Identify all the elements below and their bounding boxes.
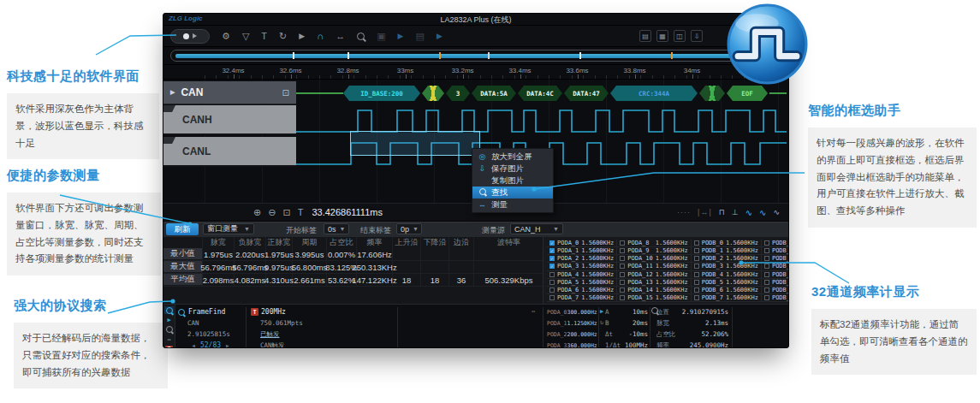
- pulse-edge-icon[interactable]: ⊓: [719, 208, 725, 216]
- expand-arrow-icon[interactable]: ▶: [170, 89, 175, 96]
- decode-segment[interactable]: CRC:344A: [610, 86, 698, 101]
- menu-item-copy-image[interactable]: 复制图片: [472, 175, 553, 187]
- freq-channel-row[interactable]: PODA_9 1.5600KHz: [617, 247, 691, 255]
- zoom-out-icon[interactable]: ⊖: [268, 208, 276, 217]
- selection-box[interactable]: [350, 131, 480, 156]
- channel-checkbox[interactable]: [694, 287, 699, 293]
- channel-checkbox[interactable]: [620, 256, 625, 261]
- freq-channel-row[interactable]: PODA_1 1.5600KHz: [547, 247, 617, 255]
- channel-checkbox[interactable]: [764, 248, 769, 253]
- export-icon[interactable]: ◫: [674, 30, 686, 42]
- channel-checkbox[interactable]: [549, 264, 555, 269]
- start-label-dropdown[interactable]: 0s▼: [324, 223, 349, 234]
- channel-checkbox[interactable]: [620, 287, 625, 293]
- wave-icon[interactable]: ∿: [773, 208, 780, 216]
- decode-segment[interactable]: [422, 86, 444, 101]
- freq-channel-row[interactable]: PODA_8 1.5600KHz: [617, 240, 691, 247]
- play-tool-icon[interactable]: ▶: [164, 316, 174, 323]
- channel-canh[interactable]: CANH: [163, 105, 296, 135]
- zoom-in-icon[interactable]: ⊕: [253, 208, 261, 217]
- freq-channel-row[interactable]: PODB_0 1.5600KHz: [692, 240, 762, 247]
- find-tool-icon[interactable]: [164, 326, 174, 334]
- freq-channel-row[interactable]: PODA_15 1.5600KHz: [617, 294, 691, 302]
- decode-segment[interactable]: DATA:4C: [518, 86, 562, 101]
- channel-checkbox[interactable]: [549, 295, 555, 300]
- channel-checkbox[interactable]: [620, 272, 625, 277]
- freq-channel-row[interactable]: PODA_0 1.5600KHz: [547, 240, 617, 247]
- freq-channel-row[interactable]: PODB_3 1.5600KHz: [692, 263, 762, 270]
- freq-channel-row[interactable]: PODB_7 1.5600KHz: [692, 294, 762, 302]
- channel-checkbox[interactable]: [620, 240, 625, 246]
- new-doc-icon[interactable]: ▤: [639, 30, 651, 42]
- freq-channel-row[interactable]: PODA_14 1.5600KHz: [617, 287, 691, 294]
- search-tool-icon[interactable]: [164, 306, 174, 314]
- channel-checkbox[interactable]: [694, 264, 699, 269]
- freq-channel-row[interactable]: PODA_11 1.5600KHz: [617, 263, 691, 270]
- channel-checkbox[interactable]: [549, 256, 555, 261]
- channel-checkbox[interactable]: [694, 280, 699, 285]
- decode-segment[interactable]: 3: [446, 86, 470, 101]
- freq-channel-row[interactable]: PODA_3 1.5600KHz: [547, 263, 617, 270]
- save-file-icon[interactable]: ▦: [656, 30, 668, 42]
- channel-checkbox[interactable]: [549, 248, 555, 253]
- freq-channel-row[interactable]: PODB_4 1.5600KHz: [692, 271, 762, 279]
- channel-checkbox[interactable]: [549, 280, 555, 285]
- freq-channel-row[interactable]: PODA_6 1.5600KHz: [547, 287, 617, 294]
- navigator-track[interactable]: [170, 50, 781, 62]
- freq-channel-row[interactable]: PODB_15 1.5600KHz: [762, 294, 789, 302]
- channel-checkbox[interactable]: [620, 264, 625, 269]
- decode-segment[interactable]: EOF: [727, 86, 768, 101]
- freq-channel-row[interactable]: PODB_13 1.5600KHz: [762, 279, 789, 287]
- freq-channel-row[interactable]: PODB_6 1.5600KHz: [692, 287, 762, 294]
- measure-icon[interactable]: ↔: [336, 32, 345, 41]
- run-button[interactable]: [170, 29, 210, 44]
- refresh-button[interactable]: 刷新: [166, 223, 199, 235]
- next-result-button[interactable]: ▶: [226, 342, 229, 348]
- channel-checkbox[interactable]: [694, 256, 699, 261]
- dots-icon[interactable]: ····: [677, 208, 691, 216]
- freq-channel-row[interactable]: PODB_2 1.5600KHz: [692, 255, 762, 263]
- channel-checkbox[interactable]: [764, 295, 769, 300]
- freq-channel-row[interactable]: PODA_12 1.5600KHz: [617, 271, 691, 279]
- settings-gear-icon[interactable]: ⚙: [222, 32, 230, 41]
- next-frame-icon[interactable]: ▶: [437, 33, 442, 40]
- detach-window-icon[interactable]: ⊡: [282, 88, 289, 98]
- waveform-area[interactable]: ▶ CAN ⊡ CANH CANL ID_BASE:2003DATA:5ADAT…: [163, 80, 788, 203]
- magnet-snap-icon[interactable]: ∩: [317, 32, 324, 41]
- prev-result-button[interactable]: ◀: [192, 342, 195, 348]
- measure-source-dropdown[interactable]: CAN_H▼: [510, 223, 563, 234]
- channel-checkbox[interactable]: [764, 287, 769, 293]
- channel-checkbox[interactable]: [764, 264, 769, 269]
- filter-icon[interactable]: ▽: [242, 32, 249, 41]
- overview-navigator[interactable]: [163, 47, 788, 65]
- text-label-icon[interactable]: T: [261, 32, 267, 41]
- channel-checkbox[interactable]: [694, 272, 699, 277]
- channel-checkbox[interactable]: [694, 295, 699, 300]
- menu-item-measure[interactable]: ↔ 测量: [472, 199, 553, 210]
- channel-checkbox[interactable]: [694, 248, 699, 253]
- freq-channel-row[interactable]: PODA_7 1.5600KHz: [547, 294, 617, 302]
- download-icon[interactable]: ⇩: [691, 30, 703, 42]
- freq-channel-row[interactable]: PODB_14 1.5600KHz: [762, 287, 789, 294]
- menu-item-save-image[interactable]: ⇩ 保存图片: [472, 163, 553, 175]
- freq-channel-row[interactable]: PODB_12 1.5600KHz: [762, 271, 789, 279]
- single-run-icon[interactable]: ▶: [299, 33, 305, 40]
- freq-channel-row[interactable]: PODA_13 1.5600KHz: [617, 279, 691, 287]
- trigger-tool-icon[interactable]: T: [165, 346, 173, 348]
- freq-channel-row[interactable]: PODB_5 1.5600KHz: [692, 279, 762, 287]
- channel-checkbox[interactable]: [549, 272, 555, 277]
- freq-channel-row[interactable]: PODB_10 1.5600KHz: [762, 255, 789, 263]
- end-label-dropdown[interactable]: 0p▼: [396, 223, 422, 234]
- decode-segment[interactable]: [699, 86, 725, 101]
- channel-checkbox[interactable]: [764, 272, 769, 277]
- channel-checkbox[interactable]: [764, 256, 769, 261]
- wave-icon[interactable]: ∿: [759, 208, 766, 217]
- freq-channel-row[interactable]: PODA_10 1.5600KHz: [617, 255, 691, 263]
- decode-segment[interactable]: DATA:47: [564, 86, 609, 101]
- ground-icon[interactable]: ⊥: [732, 208, 739, 216]
- panel-icon-disabled[interactable]: ▣: [377, 32, 385, 41]
- freq-channel-row[interactable]: PODB_8 1.5600KHz: [762, 240, 789, 247]
- measure-tool-icon[interactable]: ↔: [164, 335, 174, 343]
- wave-icon[interactable]: ∿: [745, 208, 752, 217]
- channel-canl[interactable]: CANL: [163, 137, 296, 167]
